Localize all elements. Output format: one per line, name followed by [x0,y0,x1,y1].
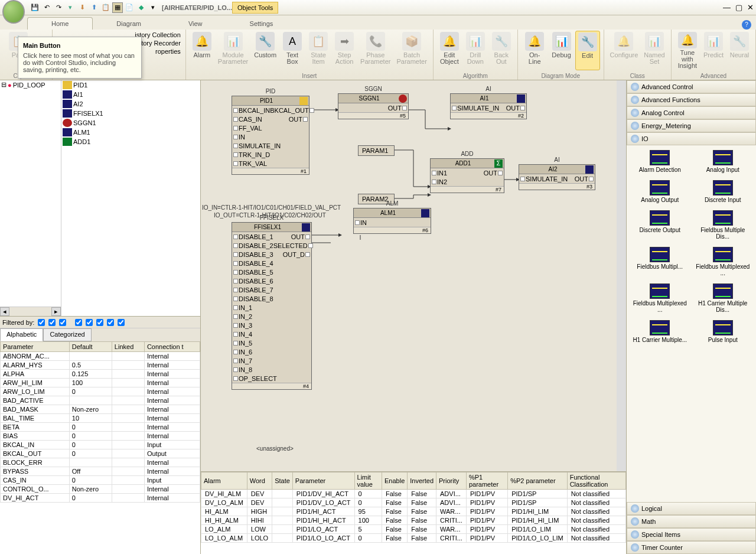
param-row[interactable]: BETA0Internal [1,423,200,432]
palette-item[interactable]: Fieldbus Multiple Dis... [692,208,754,242]
port-row[interactable]: DISABLE_2SELECTED [232,241,311,250]
param-row[interactable]: BKCAL_OUT0Output [1,449,200,458]
port-row[interactable]: TRK_VAL [232,159,309,168]
block-alm1[interactable]: ALM ALM1 IN #6 [353,208,431,234]
qa-customize-icon[interactable]: ▾ [148,2,158,13]
port-row[interactable]: FF_VAL [232,123,309,132]
minus-icon[interactable]: ⊟ [1,81,6,89]
palette-item[interactable]: Discrete Output [629,208,691,242]
on-line-button[interactable]: 🔔On-Line [522,31,548,70]
port-row[interactable]: DISABLE_5 [232,268,311,276]
port-row[interactable]: IN_8 [232,365,311,374]
palette-category[interactable]: Special Items [627,528,756,541]
filter-check-8[interactable] [118,319,125,326]
filter-check-6[interactable] [96,319,103,326]
tree-item-alm1[interactable]: ALM1 [61,128,198,137]
tab-home[interactable]: Home [27,17,93,30]
alarm-row[interactable]: HI_ALMHIGHPID1/HI_ACT95FalseFalseWAR...P… [201,507,626,516]
port-row[interactable]: CAS_INOUT [232,115,309,123]
palette-category[interactable]: Analog Control [627,106,756,119]
redo-icon[interactable]: ↷ [53,2,64,13]
alarm-row[interactable]: LO_ALMLOWPID1/LO_ACT5FalseFalseWAR...PID… [201,525,626,534]
alarm-col-header[interactable]: %P1 parameter [466,472,507,490]
port-row[interactable]: DISABLE_3OUT_D [232,250,311,259]
custom-button[interactable]: 🔧Custom [252,31,279,70]
block-add1[interactable]: ADD ADD1Σ IN1OUT IN2 #7 [430,158,504,193]
palette-category[interactable]: Energy_Metering [627,119,756,132]
qa-icon-5[interactable]: ▦ [112,2,123,13]
palette-item[interactable]: Pulse Input [692,318,754,346]
alarm-col-header[interactable]: Enable [382,472,408,490]
tree-item-ffiselx1[interactable]: FFISELX1 [61,109,198,118]
port-row[interactable]: DISABLE_4 [232,259,311,268]
alarm-grid[interactable]: AlarmWordStateParameterLimit valueEnable… [201,471,626,554]
alarm-col-header[interactable]: Word [247,472,272,490]
tab-categorized[interactable]: Categorized [43,328,91,341]
param-row[interactable]: BAD_ACTIVEInternal [1,396,200,405]
palette-item[interactable]: Analog Input [692,148,754,175]
filter-check-4[interactable] [75,319,82,326]
app-logo[interactable] [2,0,25,24]
param-row[interactable]: BYPASSOffInternal [1,467,200,476]
alarm-col-header[interactable]: Parameter [292,472,354,490]
filter-check-2[interactable] [48,319,56,326]
param-row[interactable]: ARW_LO_LIM0Internal [1,387,200,396]
tune-with-insight-button[interactable]: 🔔Tune withInsight [675,31,700,70]
param-row[interactable]: ABNORM_AC...Internal [1,352,200,361]
alarm-col-header[interactable]: State [272,472,293,490]
alarm-row[interactable]: DV_HI_ALMDEVPID1/DV_HI_ACT0FalseFalseADV… [201,490,626,498]
param-row[interactable]: BLOCK_ERRInternal [1,458,200,467]
param-row[interactable]: CONTROL_O...Non-zeroInternal [1,485,200,494]
tab-view[interactable]: View [165,18,226,30]
edit-object-button[interactable]: 🔔EditObject [437,31,462,70]
port-row[interactable]: BKCAL_INBKCAL_OUT [232,106,309,115]
alarm-col-header[interactable]: Inverted [408,472,436,490]
tree-item-ai1[interactable]: AI1 [61,90,198,99]
port-row[interactable]: IN [232,132,309,141]
qa-icon-4[interactable]: 📋 [100,2,111,13]
port-row[interactable]: DISABLE_7 [232,285,311,294]
port-row[interactable]: SIMULATE_IN [232,141,309,150]
param-col-header[interactable]: Linked [112,342,144,352]
filter-check-7[interactable] [107,319,114,326]
alarm-col-header[interactable]: Priority [436,472,467,490]
history-recorder-button[interactable]: istory Recorder [136,40,181,47]
alarm-col-header[interactable]: %P2 parameter [508,472,567,490]
port-row[interactable]: IN_2 [232,312,311,321]
param-col-header[interactable]: Parameter [1,342,70,352]
param-col-header[interactable]: Connection t [144,342,200,352]
param-row[interactable]: ALPHA0.125Internal [1,370,200,379]
qa-icon-3[interactable]: ⬆ [89,2,99,13]
param-row[interactable]: BAL_TIME10Internal [1,414,200,423]
palette-category[interactable]: Timer Counter [627,541,756,554]
palette-item[interactable]: Fieldbus Multiplexed ... [692,245,754,279]
qa-icon-1[interactable]: ▾ [65,2,76,13]
palette-item[interactable]: Alarm Detection [629,148,691,175]
alarm-row[interactable]: HI_HI_ALMHIHIPID1/HI_HI_ACT100FalseFalse… [201,516,626,525]
close-icon[interactable]: ✕ [747,3,754,12]
palette-item[interactable]: H1 Carrier Multiple... [629,318,691,346]
alarm-col-header[interactable]: Functional Classification [567,472,625,490]
port-row[interactable]: TRK_IN_D [232,150,309,159]
undo-icon[interactable]: ↶ [41,2,52,13]
debug-button[interactable]: 📊Debug [549,31,574,70]
tree-item-pid1[interactable]: PID1 [61,80,198,90]
palette-item[interactable]: H1 Carrier Multiple Dis... [692,281,754,315]
tree-item-add1[interactable]: ADD1 [61,137,198,146]
maximize-icon[interactable]: ▢ [735,3,742,12]
param-col-header[interactable]: Default [69,342,112,352]
block-ai1[interactable]: AI AI1 SIMULATE_INOUT #2 [450,93,527,119]
tab-settings[interactable]: Settings [226,18,297,30]
param-row[interactable]: BAD_MASKNon-zeroInternal [1,405,200,414]
help-icon[interactable]: ? [742,20,751,30]
alarm-row[interactable]: LO_LO_ALMLOLOPID1/LO_LO_ACT0FalseFalseCR… [201,534,626,543]
tree-hscroll[interactable]: ◂▸ [0,307,61,316]
param-row[interactable]: DV_HI_ACT0Internal [1,494,200,503]
canvas-vscroll[interactable] [617,80,626,471]
palette-category[interactable]: Logical [627,502,756,515]
port-row[interactable]: IN_7 [232,356,311,365]
port-row[interactable]: IN_3 [232,321,311,330]
palette-category[interactable]: IO [627,132,756,145]
tab-diagram[interactable]: Diagram [93,18,165,30]
port-row[interactable]: OP_SELECT [232,374,311,383]
